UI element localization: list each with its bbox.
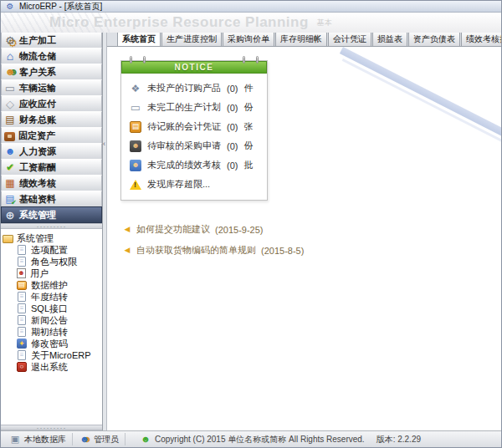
accordion-item-label: 生产加工	[19, 34, 56, 47]
tree-item-label: 用户	[30, 267, 49, 280]
tree-item-label: 期初结转	[31, 326, 68, 339]
warning-icon	[130, 179, 141, 190]
tree-item[interactable]: 关于MicroERP	[3, 349, 100, 361]
pin-icon	[256, 56, 259, 64]
accordion-item[interactable]: 基础资料	[1, 191, 102, 207]
tab[interactable]: 系统首页	[117, 33, 161, 47]
accordion-item[interactable]: 车辆运输	[1, 79, 102, 96]
notice-item[interactable]: 未投产的订购产品 (0) 件	[130, 82, 260, 94]
main-panel: 系统首页 生产进度控制 采购询价单 库存明细帐 会计凭证	[107, 33, 501, 430]
doc-icon	[18, 303, 26, 313]
notice-item[interactable]: 待审核的采购申请 (0) 份	[130, 140, 260, 152]
tab[interactable]: 库存明细帐	[275, 33, 327, 46]
announcement-label: 如何提交功能建议	[136, 223, 210, 236]
app-window: MicroERP - [系统首页] Micro Enterprise Resou…	[0, 0, 502, 448]
tab[interactable]: 绩效考核批次管理	[461, 33, 501, 46]
tree-item-label: 新闻公告	[31, 314, 68, 327]
doc-icon	[18, 315, 26, 325]
window-title: MicroERP - [系统首页]	[19, 1, 102, 13]
accordion-item[interactable]: 财务总账	[1, 111, 102, 128]
status-copyright-label: Copyright (C) 2015 单位名称或简称 All Rights Re…	[155, 434, 365, 445]
sidebar-bottom-splitter[interactable]	[1, 425, 102, 430]
announce-icon	[123, 245, 131, 257]
tree-item[interactable]: SQL接口	[3, 303, 100, 314]
notice-item-unit: 批	[243, 159, 253, 171]
copyright-icon	[140, 434, 151, 445]
tree-root-label: 系统管理	[17, 232, 54, 245]
salary-icon	[4, 161, 16, 173]
tab-label: 生产进度控制	[166, 34, 217, 43]
doc-icon	[18, 257, 26, 267]
status-user-label: 管理员	[94, 434, 119, 445]
announcement-date: (2015-9-25)	[215, 225, 263, 235]
doc-icon	[18, 245, 26, 255]
voucher-icon	[130, 121, 141, 133]
title-bar: MicroERP - [系统首页]	[1, 1, 501, 13]
accordion-item-label: 固定资产	[18, 130, 55, 142]
tab[interactable]: 生产进度控制	[161, 33, 222, 46]
tree-item[interactable]: 修改密码	[3, 338, 100, 349]
accordion-item[interactable]: 生产加工	[1, 32, 102, 48]
truck-icon	[4, 82, 16, 94]
announcement-item[interactable]: 自动获取货物编码的简单规则 (2015-8-5)	[123, 244, 501, 257]
pin-icon	[130, 56, 132, 64]
customers-icon	[4, 66, 16, 78]
announcement-list: 如何提交功能建议 (2015-9-25) 自动获取货物编码的简单规则 (2015…	[120, 223, 501, 257]
assessment-icon	[4, 177, 16, 189]
notice-item-label: 未完成的绩效考核	[147, 159, 221, 171]
accordion-item-label: 绩效考核	[19, 177, 56, 190]
accordion-item[interactable]: 应收应付	[1, 95, 102, 112]
accordion-item[interactable]: 系统管理	[1, 206, 102, 223]
tab[interactable]: 会计凭证	[328, 33, 371, 46]
perf-icon	[130, 160, 141, 171]
notice-item-count: (0)	[227, 141, 238, 151]
app-icon	[4, 1, 16, 13]
sidebar-horizontal-splitter[interactable]	[1, 223, 102, 229]
notice-item[interactable]: 未完成的绩效考核 (0) 批	[130, 159, 260, 171]
status-version-label: 版本: 2.2.29	[376, 434, 421, 445]
basedata-icon	[4, 193, 16, 205]
accordion-item-label: 财务总账	[19, 114, 56, 126]
tree-root[interactable]: 系统管理	[3, 232, 100, 244]
tab[interactable]: 损益表	[372, 33, 407, 46]
tree-item[interactable]: 新闻公告	[3, 314, 100, 326]
accordion-item[interactable]: 绩效考核	[1, 175, 102, 191]
tree-item[interactable]: 角色与权限	[3, 256, 100, 267]
tree-items: 选项配置 角色与权限 用户	[3, 244, 100, 373]
status-user: 管理员	[73, 433, 126, 445]
exit-icon	[17, 362, 27, 372]
notice-item-label: 待审核的采购申请	[147, 140, 221, 152]
status-database: 本地数据库	[3, 433, 73, 445]
tree-item[interactable]: 选项配置	[3, 244, 100, 256]
tab-bar: 系统首页 生产进度控制 采购询价单 库存明细帐 会计凭证	[107, 33, 501, 47]
status-database-label: 本地数据库	[24, 434, 66, 445]
accordion-item-label: 基础资料	[19, 193, 56, 206]
notice-item[interactable]: 发现库存超限...	[130, 178, 260, 191]
tree-item[interactable]: 退出系统	[3, 361, 100, 373]
accordion-item[interactable]: 物流仓储	[1, 48, 102, 64]
accordion-item[interactable]: 人力资源	[1, 143, 102, 160]
accordion-item-label: 应收应付	[19, 98, 56, 110]
accordion-item[interactable]: 客户关系	[1, 64, 102, 80]
announcement-item[interactable]: 如何提交功能建议 (2015-9-25)	[123, 223, 501, 236]
accordion-item[interactable]: 工资薪酬	[1, 159, 102, 176]
tab[interactable]: 采购询价单	[223, 33, 274, 46]
doc-icon	[18, 350, 26, 360]
tab[interactable]: 资产负债表	[408, 33, 460, 46]
tree-item[interactable]: 数据维护	[3, 279, 100, 291]
notice-item[interactable]: 未完工的生产计划 (0) 份	[130, 101, 260, 114]
notice-item[interactable]: 待记账的会计凭证 (0) 张	[130, 120, 260, 133]
tab-label: 损益表	[377, 34, 402, 43]
accordion-item[interactable]: 固定资产	[1, 127, 102, 144]
tree-item-label: 选项配置	[31, 244, 68, 257]
notice-list: 未投产的订购产品 (0) 件 未完工的生产计划 (0) 份	[121, 74, 267, 200]
pin-icon	[243, 56, 245, 64]
tree-item[interactable]: 年度结转	[3, 291, 100, 303]
accordion-item-label: 物流仓储	[19, 50, 56, 63]
tree-item[interactable]: 期初结转	[3, 326, 100, 338]
tab-label: 采购询价单	[228, 34, 269, 43]
accordion-item-label: 客户关系	[19, 66, 56, 79]
notice-item-label: 发现库存超限...	[147, 178, 210, 191]
tree-item[interactable]: 用户	[3, 267, 100, 279]
banner-edition: 基本	[317, 18, 332, 28]
